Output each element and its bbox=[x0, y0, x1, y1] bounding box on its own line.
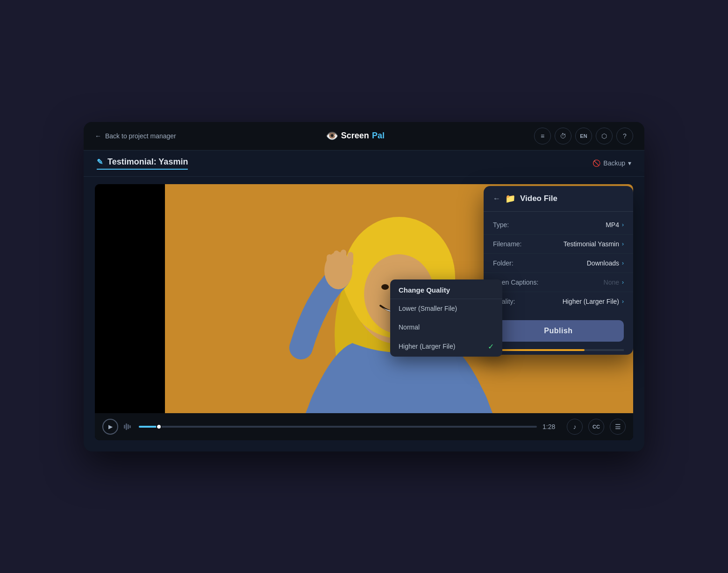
edit-icon[interactable]: ✎ bbox=[97, 158, 103, 166]
folder-value[interactable]: Downloads › bbox=[587, 259, 624, 267]
waveform-icon bbox=[124, 423, 133, 430]
dropdown-header: Change Quality bbox=[390, 279, 502, 299]
title-bar: ✎ Testimonial: Yasmin 🚫 Backup ▾ bbox=[84, 150, 644, 177]
panel-body: Type: MP4 › Filename: Testimonial Yasmin… bbox=[484, 212, 633, 315]
panel-row-folder: Folder: Downloads › bbox=[484, 254, 633, 273]
hamburger-icon: ☰ bbox=[615, 423, 621, 430]
change-quality-dropdown: Change Quality Lower (Smaller File) Norm… bbox=[390, 279, 502, 357]
panel-row-captions: Open Captions: None › bbox=[484, 273, 633, 292]
backup-label: Backup bbox=[603, 159, 625, 167]
timeline[interactable] bbox=[139, 426, 537, 428]
app-logo: 👁️ Screen Pal bbox=[326, 130, 385, 142]
back-label: Back to project manager bbox=[105, 132, 176, 140]
project-title: ✎ Testimonial: Yasmin bbox=[97, 157, 188, 170]
captions-value[interactable]: None › bbox=[604, 279, 624, 286]
panel-bottom-spacer bbox=[484, 351, 633, 355]
top-icon-group: ≡ ⏱ EN ⬡ ? bbox=[534, 128, 633, 144]
music-icon: ♪ bbox=[573, 423, 577, 430]
svg-rect-10 bbox=[334, 251, 339, 267]
back-arrow-icon: ← bbox=[95, 132, 101, 140]
panel-row-filename: Filename: Testimonial Yasmin › bbox=[484, 235, 633, 254]
no-backup-icon: 🚫 bbox=[592, 159, 600, 167]
project-name-label: Testimonial: Yasmin bbox=[107, 157, 188, 167]
video-controls: ▶ 1:28 ♪ CC bbox=[95, 413, 633, 440]
svg-rect-9 bbox=[327, 254, 332, 268]
panel-header: ← 📁 Video File bbox=[484, 186, 633, 212]
type-label: Type: bbox=[493, 221, 509, 229]
language-button[interactable]: EN bbox=[575, 128, 592, 144]
back-button[interactable]: ← Back to project manager bbox=[95, 132, 176, 140]
cc-button[interactable]: CC bbox=[588, 419, 604, 435]
panel-row-quality: Quality: Higher (Larger File) › bbox=[484, 292, 633, 311]
svg-point-6 bbox=[381, 284, 389, 290]
quality-option-higher[interactable]: Higher (Larger File) ✓ bbox=[390, 337, 502, 357]
history-icon-button[interactable]: ⏱ bbox=[555, 128, 571, 144]
timeline-thumb[interactable] bbox=[156, 424, 162, 430]
folder-label: Folder: bbox=[493, 259, 514, 267]
menu-button[interactable]: ☰ bbox=[610, 419, 626, 435]
top-bar: ← Back to project manager 👁️ Screen Pal … bbox=[84, 122, 644, 150]
music-button[interactable]: ♪ bbox=[567, 419, 583, 435]
quality-chevron-icon: › bbox=[622, 298, 624, 305]
cc-icon: CC bbox=[592, 424, 600, 430]
panel-file-icon: 📁 bbox=[505, 193, 515, 204]
play-icon: ▶ bbox=[108, 423, 113, 430]
publish-button[interactable]: Publish bbox=[493, 320, 624, 342]
quality-option-lower[interactable]: Lower (Smaller File) bbox=[390, 299, 502, 318]
backup-button[interactable]: 🚫 Backup ▾ bbox=[592, 159, 631, 167]
folder-chevron-icon: › bbox=[622, 260, 624, 266]
menu-icon-button[interactable]: ≡ bbox=[534, 128, 551, 144]
logo-screen: Screen bbox=[341, 131, 369, 141]
quality-option-normal[interactable]: Normal bbox=[390, 318, 502, 337]
captions-chevron-icon: › bbox=[622, 279, 624, 286]
svg-rect-12 bbox=[348, 252, 353, 266]
filename-chevron-icon: › bbox=[622, 241, 624, 247]
layers-icon-button[interactable]: ⬡ bbox=[596, 128, 613, 144]
video-black-left bbox=[95, 184, 165, 413]
help-icon-button[interactable]: ? bbox=[616, 128, 633, 144]
time-display: 1:28 bbox=[542, 423, 561, 430]
video-file-panel: ← 📁 Video File Type: MP4 › Filename: Tes… bbox=[484, 186, 633, 355]
backup-chevron-icon: ▾ bbox=[628, 159, 631, 167]
play-button[interactable]: ▶ bbox=[102, 419, 118, 435]
filename-label: Filename: bbox=[493, 240, 521, 248]
logo-pal: Pal bbox=[372, 131, 385, 141]
type-chevron-icon: › bbox=[622, 222, 624, 228]
device-frame: ← Back to project manager 👁️ Screen Pal … bbox=[84, 122, 644, 451]
quality-check-icon: ✓ bbox=[488, 342, 494, 351]
filename-value[interactable]: Testimonial Yasmin › bbox=[564, 240, 624, 248]
main-content: ▶ 1:28 ♪ CC bbox=[84, 177, 644, 451]
quality-value[interactable]: Higher (Larger File) › bbox=[563, 298, 624, 305]
svg-rect-11 bbox=[341, 250, 346, 266]
panel-title-label: Video File bbox=[520, 194, 557, 203]
panel-back-button[interactable]: ← bbox=[493, 194, 500, 203]
type-value[interactable]: MP4 › bbox=[606, 221, 624, 229]
logo-icon: 👁️ bbox=[326, 130, 338, 142]
panel-row-type: Type: MP4 › bbox=[484, 215, 633, 235]
